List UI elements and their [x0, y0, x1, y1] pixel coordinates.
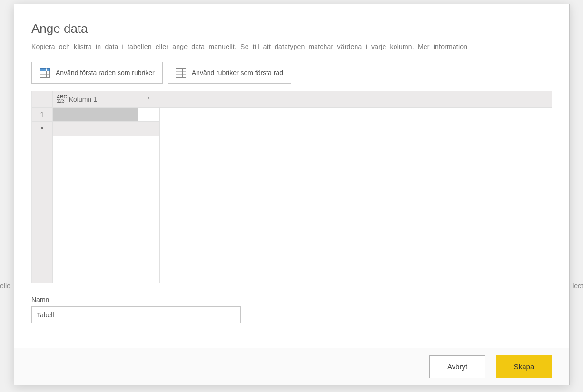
more-info-link[interactable]: Mer information	[418, 43, 467, 50]
add-row-button[interactable]: *	[32, 122, 53, 136]
grid-empty-area	[159, 108, 552, 283]
cell-r1-c1[interactable]	[53, 108, 138, 122]
background-text-right: lect	[573, 282, 583, 290]
grid-header-row: ABC 123 Kolumn 1 *	[32, 91, 552, 108]
create-button[interactable]: Skapa	[496, 355, 552, 378]
dialog-subtitle: Kopiera och klistra in data i tabellen e…	[31, 43, 552, 50]
table-header-icon	[40, 68, 50, 78]
background-text-left: elle	[0, 282, 10, 290]
add-column-button[interactable]: *	[138, 91, 159, 108]
table-grid-icon	[176, 68, 186, 78]
table-name-input[interactable]	[31, 306, 241, 323]
data-grid: ABC 123 Kolumn 1 * 1 *	[31, 91, 552, 283]
cell-addrow-addcol[interactable]	[138, 122, 159, 136]
use-first-row-as-headers-label: Använd första raden som rubriker	[56, 69, 155, 77]
grid-left-region: 1 *	[32, 108, 159, 283]
use-first-row-as-headers-button[interactable]: Använd första raden som rubriker	[31, 62, 163, 84]
grid-add-row: *	[32, 122, 159, 136]
grid-body: 1 *	[32, 108, 552, 283]
use-headers-as-first-row-label: Använd rubriker som första rad	[192, 69, 283, 77]
toolbar: Använd första raden som rubriker Använd …	[31, 62, 552, 84]
subtitle-text: Kopiera och klistra in data i tabellen e…	[31, 43, 414, 50]
dialog-footer: Avbryt Skapa	[14, 348, 569, 385]
dialog-body: Ange data Kopiera och klistra in data i …	[14, 4, 569, 348]
row-1-number[interactable]: 1	[32, 108, 53, 122]
column-1-name: Kolumn 1	[69, 96, 97, 103]
column-type-indicator: ABC 123	[57, 95, 67, 104]
column-header-1[interactable]: ABC 123 Kolumn 1	[53, 91, 138, 108]
grid-row-1: 1	[32, 108, 159, 122]
header-empty-space	[159, 91, 552, 108]
use-headers-as-first-row-button[interactable]: Använd rubriker som första rad	[168, 62, 291, 84]
cell-r1-addcol[interactable]	[138, 108, 159, 122]
svg-rect-7	[176, 69, 186, 78]
grid-corner-cell[interactable]	[32, 91, 53, 108]
name-section: Namn	[31, 296, 552, 323]
cancel-button[interactable]: Avbryt	[429, 355, 485, 378]
svg-rect-1	[40, 69, 50, 71]
row-gutter-empty	[32, 136, 53, 283]
cell-addrow-c1[interactable]	[53, 122, 138, 136]
type-123-label: 123	[57, 99, 67, 104]
dialog-title: Ange data	[31, 21, 552, 36]
enter-data-dialog: Ange data Kopiera och klistra in data i …	[14, 4, 570, 385]
name-label: Namn	[31, 296, 552, 304]
